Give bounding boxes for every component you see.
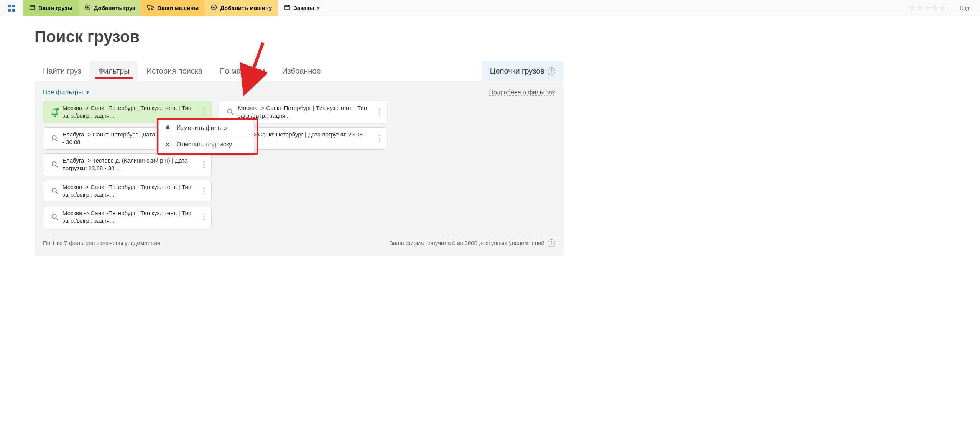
truck-icon bbox=[147, 5, 154, 11]
apps-icon[interactable] bbox=[0, 0, 23, 16]
search-icon bbox=[47, 160, 62, 169]
card-menu-button[interactable] bbox=[199, 214, 209, 220]
help-icon[interactable]: ? bbox=[548, 67, 555, 75]
tab-row: Найти груз Фильтры История поиска По маш… bbox=[35, 61, 564, 81]
tab-favorites[interactable]: Избранное bbox=[273, 61, 329, 81]
svg-rect-3 bbox=[12, 9, 15, 12]
svg-rect-0 bbox=[8, 5, 11, 7]
nav-your-trucks-label: Ваши машины bbox=[157, 5, 199, 11]
svg-point-17 bbox=[52, 214, 56, 219]
calendar-icon bbox=[284, 4, 290, 12]
svg-rect-2 bbox=[8, 9, 11, 12]
nav-add-truck-label: Добавить машину bbox=[220, 5, 272, 11]
nav-add-cargo-label: Добавить груз bbox=[94, 5, 135, 11]
card-menu-button[interactable] bbox=[199, 187, 209, 194]
filters-panel: Все фильтры ▼ Подробнее о фильтрах Москв… bbox=[35, 81, 564, 256]
card-menu-button[interactable] bbox=[375, 108, 385, 115]
search-icon bbox=[223, 108, 238, 116]
tab-cargo-chains[interactable]: Цепочки грузов ? bbox=[482, 61, 564, 81]
footer-right-text: Ваша фирма получила 0 из 3000 доступных … bbox=[389, 240, 544, 246]
star-icon: ☆ bbox=[939, 3, 946, 13]
filter-card[interactable]: Москва -> Санкт-Петербург | Тип куз.: те… bbox=[43, 180, 212, 202]
bell-alert-icon bbox=[47, 107, 62, 117]
nav-your-cargo[interactable]: Ваши грузы bbox=[23, 0, 79, 16]
nav-your-trucks[interactable]: Ваши машины bbox=[141, 0, 205, 16]
plus-circle-icon bbox=[211, 4, 217, 12]
card-menu-button[interactable] bbox=[199, 108, 209, 115]
menu-edit-filter-label: Изменить фильтр bbox=[176, 125, 227, 131]
star-icon: ☆ bbox=[924, 3, 931, 13]
svg-point-16 bbox=[52, 188, 56, 192]
plus-circle-icon bbox=[85, 4, 91, 12]
svg-point-13 bbox=[52, 135, 56, 140]
filter-card-text: Елабуга -> Тестово д. (Калининский р-н) … bbox=[62, 157, 199, 173]
filter-cards-grid: Москва -> Санкт-Петербург | Тип куз.: те… bbox=[43, 101, 555, 228]
filter-card-text: Москва -> Санкт-Петербург | Тип куз.: те… bbox=[62, 209, 199, 225]
svg-point-7 bbox=[149, 8, 150, 10]
panel-footer: По 1 из 7 фильтров включены уведомления … bbox=[43, 239, 555, 247]
menu-unsubscribe-label: Отменить подписку bbox=[176, 141, 232, 148]
filter-card[interactable]: Москва -> Санкт-Петербург | Тип куз.: те… bbox=[43, 101, 212, 123]
filter-card-text: Москва -> Санкт-Петербург | Тип куз.: те… bbox=[62, 104, 199, 120]
svg-point-12 bbox=[228, 109, 232, 113]
nav-orders-label: Заказы bbox=[293, 5, 314, 11]
close-icon bbox=[165, 142, 172, 147]
svg-rect-1 bbox=[12, 5, 15, 7]
search-icon bbox=[47, 187, 62, 195]
tab-find-cargo[interactable]: Найти груз bbox=[35, 61, 90, 81]
tab-by-trucks[interactable]: По машинам bbox=[211, 61, 273, 81]
search-icon bbox=[47, 213, 62, 221]
nav-add-cargo[interactable]: Добавить груз bbox=[79, 0, 141, 16]
svg-point-8 bbox=[152, 8, 153, 10]
code-label: Код: bbox=[951, 0, 980, 16]
filter-card[interactable]: Елабуга -> Тестово д. (Калининский р-н) … bbox=[43, 153, 212, 176]
help-icon[interactable]: ? bbox=[548, 239, 555, 247]
all-filters-dropdown[interactable]: Все фильтры ▼ bbox=[43, 89, 90, 96]
svg-rect-4 bbox=[30, 5, 35, 9]
bell-icon bbox=[165, 125, 172, 131]
svg-point-15 bbox=[52, 162, 56, 166]
tab-history[interactable]: История поиска bbox=[138, 61, 211, 81]
tab-cargo-chains-label: Цепочки грузов bbox=[490, 67, 544, 76]
box-icon bbox=[29, 4, 35, 12]
chevron-down-icon: ▾ bbox=[317, 5, 319, 11]
top-toolbar: Ваши грузы Добавить груз Ваши машины Доб… bbox=[0, 0, 980, 16]
filter-card-text: Уфа -> Санкт-Петербург | Дата погрузки: … bbox=[238, 131, 375, 146]
card-menu-button[interactable] bbox=[375, 135, 385, 142]
tab-filters[interactable]: Фильтры bbox=[90, 61, 138, 81]
chevron-down-icon: ▼ bbox=[85, 90, 90, 95]
star-icon: ☆ bbox=[909, 3, 916, 13]
filter-card-text: Москва -> Санкт-Петербург | Тип куз.: те… bbox=[238, 104, 375, 120]
filter-card-text: Москва -> Санкт-Петербург | Тип куз.: те… bbox=[62, 183, 199, 199]
nav-your-cargo-label: Ваши грузы bbox=[38, 5, 72, 11]
filter-card[interactable]: Москва -> Санкт-Петербург | Тип куз.: те… bbox=[43, 206, 212, 228]
footer-left-text: По 1 из 7 фильтров включены уведомления bbox=[43, 240, 160, 246]
nav-orders[interactable]: Заказы ▾ bbox=[278, 0, 326, 16]
about-filters-link[interactable]: Подробнее о фильтрах bbox=[489, 89, 555, 96]
svg-rect-6 bbox=[148, 5, 151, 8]
search-icon bbox=[47, 134, 62, 143]
card-context-menu: Изменить фильтр Отменить подписку bbox=[158, 120, 254, 153]
star-icon: ☆ bbox=[916, 3, 923, 13]
svg-rect-10 bbox=[285, 5, 289, 10]
rating-stars[interactable]: ☆ ☆ ☆ ☆ ☆ bbox=[904, 0, 951, 16]
menu-edit-filter[interactable]: Изменить фильтр bbox=[159, 120, 254, 136]
svg-point-11 bbox=[56, 108, 59, 111]
card-menu-button[interactable] bbox=[199, 161, 209, 168]
all-filters-label: Все фильтры bbox=[43, 89, 83, 96]
star-icon: ☆ bbox=[932, 3, 939, 13]
page-title: Поиск грузов bbox=[35, 28, 564, 46]
menu-unsubscribe[interactable]: Отменить подписку bbox=[159, 136, 254, 153]
nav-add-truck[interactable]: Добавить машину bbox=[205, 0, 278, 16]
